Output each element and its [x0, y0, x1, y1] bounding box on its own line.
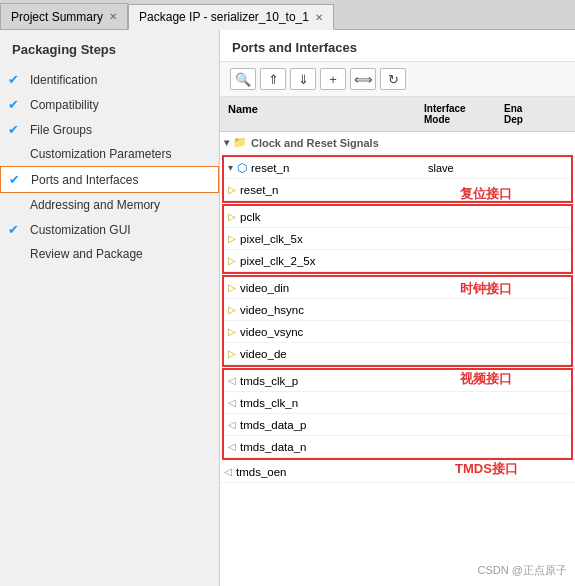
- tmds-group-border: ◁ tmds_clk_p ◁ tmds_clk_n ◁ tmds_data_p: [222, 368, 573, 460]
- tab-label: Project Summary: [11, 10, 103, 24]
- pixel-clk-5x-row[interactable]: ▷ pixel_clk_5x: [224, 228, 571, 250]
- clock-reset-group-header[interactable]: ▾ 📁 Clock and Reset Signals: [220, 132, 575, 154]
- video-de-row[interactable]: ▷ video_de: [224, 343, 571, 365]
- chip-icon-tmds-oen: ◁: [224, 466, 232, 477]
- port-icon-video-din: ▷: [228, 282, 236, 293]
- refresh-button[interactable]: ↻: [380, 68, 406, 90]
- video-de-label: video_de: [240, 348, 287, 360]
- check-icon-customization-gui: ✔: [8, 222, 24, 237]
- video-vsync-row[interactable]: ▷ video_vsync: [224, 321, 571, 343]
- check-icon-file-groups: ✔: [8, 122, 24, 137]
- sidebar-item-compatibility[interactable]: ✔ Compatibility: [0, 92, 219, 117]
- reset-expand-arrow-icon[interactable]: ▾: [228, 162, 233, 173]
- reset-n-port-row[interactable]: ▷ reset_n: [224, 179, 571, 201]
- sidebar-label-file-groups: File Groups: [30, 123, 92, 137]
- tmds-oen-row[interactable]: ◁ tmds_oen: [220, 461, 575, 483]
- tab-bar: Project Summary ✕ Package IP - serialize…: [0, 0, 575, 30]
- sidebar-label-review-and-package: Review and Package: [30, 247, 143, 261]
- chip-icon-tmds-data-p: ◁: [228, 419, 236, 430]
- video-din-row[interactable]: ▷ video_din: [224, 277, 571, 299]
- reset-n-interface-label: reset_n: [251, 162, 289, 174]
- main-layout: Packaging Steps ✔ Identification ✔ Compa…: [0, 30, 575, 586]
- sidebar: Packaging Steps ✔ Identification ✔ Compa…: [0, 30, 220, 586]
- video-group-border: ▷ video_din ▷ video_hsync ▷ video_vsync: [222, 275, 573, 367]
- tmds-clk-p-label: tmds_clk_p: [240, 375, 298, 387]
- port-icon-video-hsync: ▷: [228, 304, 236, 315]
- tmds-clk-n-row[interactable]: ◁ tmds_clk_n: [224, 392, 571, 414]
- reset-n-interface-row[interactable]: ▾ ⬡ reset_n slave: [224, 157, 571, 179]
- tmds-data-p-row[interactable]: ◁ tmds_data_p: [224, 414, 571, 436]
- search-button[interactable]: 🔍: [230, 68, 256, 90]
- tmds-data-n-label: tmds_data_n: [240, 441, 307, 453]
- tab-close-project-summary[interactable]: ✕: [109, 11, 117, 22]
- chip-icon-tmds-clk-n: ◁: [228, 397, 236, 408]
- check-icon-ports-and-interfaces: ✔: [9, 172, 25, 187]
- filter-up-button[interactable]: ⇑: [260, 68, 286, 90]
- tmds-clk-n-label: tmds_clk_n: [240, 397, 298, 409]
- sidebar-label-ports-and-interfaces: Ports and Interfaces: [31, 173, 138, 187]
- table-header: Name InterfaceMode EnaDep: [220, 97, 575, 132]
- col-header-name: Name: [220, 101, 420, 127]
- pclk-row[interactable]: ▷ pclk: [224, 206, 571, 228]
- sidebar-label-customization-parameters: Customization Parameters: [30, 147, 171, 161]
- clock-reset-group-label: Clock and Reset Signals: [251, 137, 379, 149]
- sidebar-item-customization-parameters[interactable]: Customization Parameters: [0, 142, 219, 166]
- sidebar-item-ports-and-interfaces[interactable]: ✔ Ports and Interfaces: [0, 166, 219, 193]
- tab-project-summary[interactable]: Project Summary ✕: [0, 3, 128, 29]
- tab-label-package-ip: Package IP - serializer_10_to_1: [139, 10, 309, 24]
- port-icon-video-vsync: ▷: [228, 326, 236, 337]
- sidebar-label-customization-gui: Customization GUI: [30, 223, 131, 237]
- check-icon-compatibility: ✔: [8, 97, 24, 112]
- filter-down-button[interactable]: ⇓: [290, 68, 316, 90]
- chip-icon-tmds-clk-p: ◁: [228, 375, 236, 386]
- pixel-clk-2-5x-row[interactable]: ▷ pixel_clk_2_5x: [224, 250, 571, 272]
- sidebar-label-addressing-and-memory: Addressing and Memory: [30, 198, 160, 212]
- col-header-mode: InterfaceMode: [420, 101, 500, 127]
- reset-n-mode: slave: [424, 162, 504, 174]
- tab-package-ip[interactable]: Package IP - serializer_10_to_1 ✕: [128, 4, 334, 30]
- toolbar: 🔍 ⇑ ⇓ + ⟺ ↻: [220, 62, 575, 97]
- port-icon-pixel-clk-5x: ▷: [228, 233, 236, 244]
- interface-icon-reset: ⬡: [237, 161, 247, 175]
- sidebar-item-file-groups[interactable]: ✔ File Groups: [0, 117, 219, 142]
- tmds-clk-p-row[interactable]: ◁ tmds_clk_p: [224, 370, 571, 392]
- reset-n-port-label: reset_n: [240, 184, 278, 196]
- col-header-ena: EnaDep: [500, 101, 560, 127]
- tmds-oen-label: tmds_oen: [236, 466, 287, 478]
- sidebar-label-compatibility: Compatibility: [30, 98, 99, 112]
- tree-area: ▾ 📁 Clock and Reset Signals ▾ ⬡ reset_n …: [220, 132, 575, 586]
- tmds-data-n-row[interactable]: ◁ tmds_data_n: [224, 436, 571, 458]
- sidebar-label-identification: Identification: [30, 73, 97, 87]
- sidebar-item-addressing-and-memory[interactable]: Addressing and Memory: [0, 193, 219, 217]
- sidebar-title: Packaging Steps: [0, 42, 219, 67]
- check-icon-identification: ✔: [8, 72, 24, 87]
- video-hsync-row[interactable]: ▷ video_hsync: [224, 299, 571, 321]
- sidebar-item-identification[interactable]: ✔ Identification: [0, 67, 219, 92]
- add-button[interactable]: +: [320, 68, 346, 90]
- content-title: Ports and Interfaces: [220, 30, 575, 62]
- move-button[interactable]: ⟺: [350, 68, 376, 90]
- port-icon-pixel-clk-2-5x: ▷: [228, 255, 236, 266]
- video-hsync-label: video_hsync: [240, 304, 304, 316]
- tmds-data-p-label: tmds_data_p: [240, 419, 307, 431]
- port-icon-reset-n: ▷: [228, 184, 236, 195]
- chip-icon-tmds-data-n: ◁: [228, 441, 236, 452]
- sidebar-item-customization-gui[interactable]: ✔ Customization GUI: [0, 217, 219, 242]
- video-vsync-label: video_vsync: [240, 326, 303, 338]
- port-icon-pclk: ▷: [228, 211, 236, 222]
- pixel-clk-5x-label: pixel_clk_5x: [240, 233, 303, 245]
- tab-close-package-ip[interactable]: ✕: [315, 12, 323, 23]
- video-din-label: video_din: [240, 282, 289, 294]
- expand-arrow-icon[interactable]: ▾: [224, 137, 229, 148]
- folder-icon: 📁: [233, 136, 247, 149]
- port-icon-video-de: ▷: [228, 348, 236, 359]
- pixel-clk-2-5x-label: pixel_clk_2_5x: [240, 255, 315, 267]
- content-area: Ports and Interfaces 🔍 ⇑ ⇓ + ⟺ ↻ Name In…: [220, 30, 575, 586]
- reset-group-border: ▾ ⬡ reset_n slave ▷ reset_n: [222, 155, 573, 203]
- clock-group-border: ▷ pclk ▷ pixel_clk_5x ▷ pixel_clk_2_5x: [222, 204, 573, 274]
- pclk-label: pclk: [240, 211, 260, 223]
- sidebar-item-review-and-package[interactable]: Review and Package: [0, 242, 219, 266]
